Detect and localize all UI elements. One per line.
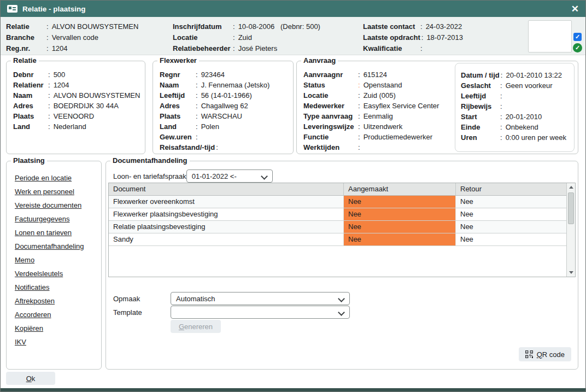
document-cell: Flexwerker plaatsingsbevestiging [109,208,344,220]
field-row: MedewerkerEasyflex Service Center [303,101,449,111]
aangemaakt-cell: Nee [344,208,456,220]
photo-placeholder [528,20,572,52]
select-value: Automatisch [176,295,215,303]
scrollbar-up-icon[interactable] [567,183,575,191]
field-value: 56 (14-01-1966) [201,90,252,101]
loon-tariefafspraak-select[interactable]: 01-01-2022 <- [186,169,273,183]
colon [196,80,198,90]
plaatsing-nav: Periode en locatie Werk en personeel Ver… [7,161,101,346]
sidebar-link-werk-en-personeel[interactable]: Werk en personeel [15,188,93,196]
sidebar-link-kopieren[interactable]: Kopiëren [15,325,93,332]
field-label: Opmaak [113,295,171,303]
table-row[interactable]: Flexwerker overeenkomst Nee Nee [109,196,566,208]
title-bar: Relatie - plaatsing ✕ [1,1,585,17]
field-label: Functie [303,132,357,142]
field-label: Medewerker [303,101,357,111]
field-value: Easyflex Service Center [364,101,440,111]
check-icon: ✓ [575,33,580,40]
field-value: VEENOORD [54,111,94,121]
button-label: R code [542,350,565,359]
close-icon[interactable]: ✕ [571,4,579,14]
scrollbar-down-icon[interactable] [567,268,575,277]
opmaak-row: Opmaak Automatisch [113,292,350,305]
colon [358,132,360,142]
column-header-document: Document [109,183,344,195]
header-field-row: Locatie Zuid [173,32,320,43]
opmaak-select[interactable]: Automatisch [171,292,350,305]
colon [46,44,49,52]
sidebar-link-aftrekposten[interactable]: Aftrekposten [15,297,93,305]
header-field-row: Reg.nr. 1204 [6,43,138,54]
field-row: Relatienr1204 [13,80,138,90]
groupbox-title: Relatie [11,56,39,65]
button-text: QR code [537,350,565,359]
flexwerker-groupbox: Flexwerker Regnr923464 NaamJ. Fennemaa (… [153,61,294,154]
field-label: Debnr [13,69,47,80]
field-row: Rijbewijs [461,101,569,112]
field-row: NaamJ. Fennemaa (Jetsko) [160,80,286,90]
table-row[interactable]: Sandy Nee Nee [109,233,566,246]
field-value: ALVON BOUWSYSTEMEN [52,22,139,31]
plaatsing-groupbox: Plaatsing Periode en locatie Werk en per… [6,161,102,370]
sidebar-link-ikv[interactable]: IKV [15,338,93,346]
field-row: LocatieZuid (005) [303,90,449,101]
colon [500,122,502,132]
field-value: 615124 [364,69,387,80]
field-label: Relatie [6,22,45,31]
colon [48,111,50,121]
aanvraag-details-subpanel: Datum / tijd20-01-2010 13:22 GeslachtGee… [455,63,575,152]
field-label: Werktijden [303,142,357,153]
field-value: Vervallen code [52,33,98,42]
sidebar-link-periode-en-locatie[interactable]: Periode en locatie [15,174,93,182]
sidebar-link-memo[interactable]: Memo [15,256,93,264]
colon [358,101,360,111]
sidebar-link-factuurgegevens[interactable]: Factuurgegevens [15,215,93,223]
blue-checkbox[interactable]: ✓ [573,33,582,41]
scrollbar-thumb[interactable] [568,192,574,224]
field-label: Template [113,308,171,317]
sidebar-link-verdeelsleutels[interactable]: Verdeelsleutels [15,270,93,278]
sidebar-link-accorderen[interactable]: Accorderen [15,311,93,319]
template-select[interactable] [171,306,350,319]
qr-code-button[interactable]: QR code [519,347,571,361]
template-row: Template [113,306,350,319]
sidebar-link-vereiste-documenten[interactable]: Vereiste documenten [15,202,93,209]
sidebar-link-notificaties[interactable]: Notificaties [15,284,93,291]
field-row: Uren0:00 uren per week [461,132,569,143]
field-value: Eenmalig [364,111,393,121]
field-value: 24-03-2022 [426,22,462,31]
field-row: EindeOnbekend [461,122,569,132]
table-scrollbar[interactable] [566,183,575,277]
colon [196,101,198,111]
field-value: Zuid [238,33,252,42]
genereren-button[interactable]: Genereren [171,320,221,333]
field-label: Locatie [303,90,357,101]
colon [196,111,198,121]
field-value: 20-01-2010 [506,112,542,122]
header-field-row: Laatste opdracht 18-07-2013 [363,32,463,43]
sidebar-link-lonen-en-tarieven[interactable]: Lonen en tarieven [15,229,93,237]
field-label: Uren [461,132,499,143]
sidebar-link-documentafhandeling[interactable]: Documentafhandeling [15,243,93,250]
table-row[interactable]: Flexwerker plaatsingsbevestiging Nee Nee [109,208,566,221]
header-field-row: Laatste contact 24-03-2022 [363,21,463,32]
field-label: Loon- en tariefafspraak [113,172,186,180]
field-value: Uitzendwerk [364,121,403,132]
field-label: Laatste contact [363,22,419,31]
field-value: Openstaand [364,80,402,90]
colon [500,112,502,122]
field-row: LandNederland [13,121,138,132]
table-row[interactable]: Relatie plaatsingsbevestiging Nee Nee [109,221,566,233]
colon [358,111,360,121]
header-field-row: Relatie ALVON BOUWSYSTEMEN [6,21,138,32]
field-label: Leveringswijze [303,121,357,132]
field-row: PlaatsWARSCHAU [160,111,286,121]
ok-button[interactable]: Ok [6,372,55,385]
green-status-check-icon[interactable]: ✓ [573,43,582,52]
colon [196,90,198,101]
field-label: Naam [13,90,47,101]
button-label: k [32,375,36,383]
field-label: Regnr [160,69,195,80]
window-bottom-edge [1,388,585,391]
header-column-relatie: Relatie ALVON BOUWSYSTEMEN Branche Verva… [6,21,138,54]
